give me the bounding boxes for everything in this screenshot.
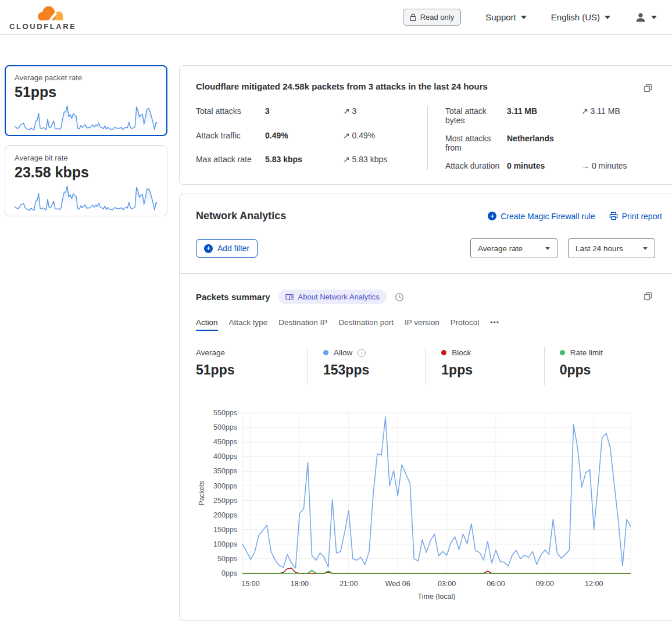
chevron-down-icon bbox=[521, 16, 527, 19]
packet-stat-label-row: Allowi bbox=[323, 348, 426, 357]
info-icon[interactable]: i bbox=[358, 349, 366, 357]
summary-stat-label: Attack duration bbox=[445, 161, 507, 170]
copy-icon[interactable] bbox=[643, 291, 653, 303]
packet-stat-rate-limit: Rate limit0pps bbox=[544, 347, 662, 385]
summary-stat-trend: ↗ 0.49% bbox=[343, 131, 427, 140]
series-color-dot bbox=[323, 350, 328, 355]
copy-icon[interactable] bbox=[643, 83, 653, 95]
svg-text:18:00: 18:00 bbox=[291, 580, 309, 588]
packet-stat-value: 153pps bbox=[323, 362, 426, 378]
tab-attack-type[interactable]: Attack type bbox=[229, 318, 268, 331]
read-only-label: Read only bbox=[420, 13, 455, 22]
svg-text:12:00: 12:00 bbox=[585, 580, 603, 588]
action-stats-row: Average51ppsAllowi153ppsBlock1ppsRate li… bbox=[196, 347, 662, 385]
chevron-down-icon bbox=[545, 247, 550, 250]
chevron-down-icon bbox=[643, 247, 648, 250]
metric-value: 51pps bbox=[15, 84, 158, 101]
lock-icon bbox=[410, 13, 416, 21]
summary-stat-value: 3.11 MB bbox=[507, 106, 581, 116]
svg-text:350pps: 350pps bbox=[213, 467, 237, 475]
svg-text:Time (local): Time (local) bbox=[418, 593, 456, 600]
tab-destination-port[interactable]: Destination port bbox=[338, 318, 394, 331]
tab-action[interactable]: Action bbox=[196, 318, 218, 331]
packet-stat-block: Block1pps bbox=[426, 347, 544, 385]
svg-text:300pps: 300pps bbox=[213, 482, 237, 490]
book-icon bbox=[285, 294, 294, 301]
summary-stat-label: Total attacks bbox=[196, 106, 265, 116]
summary-stat-label: Most attacks from bbox=[445, 134, 507, 152]
packet-stat-label: Block bbox=[452, 348, 471, 357]
packets-summary-section: Packets summary About Network Analytics bbox=[180, 274, 672, 614]
summary-stat-value: 0 minutes bbox=[507, 161, 581, 170]
summary-stat-trend: ↗ 5.83 kbps bbox=[343, 155, 427, 164]
time-range-value: Last 24 hours bbox=[576, 244, 623, 253]
more-tabs-button[interactable]: ••• bbox=[490, 319, 499, 331]
series-color-dot bbox=[441, 350, 446, 355]
packet-stat-label-row: Average bbox=[196, 348, 308, 357]
packet-stat-allow: Allowi153pps bbox=[308, 347, 426, 385]
metric-label: Average packet rate bbox=[15, 73, 158, 82]
account-menu[interactable] bbox=[635, 12, 657, 23]
metric-card-packet-rate[interactable]: Average packet rate 51pps bbox=[5, 65, 167, 136]
svg-text:100pps: 100pps bbox=[213, 540, 237, 548]
svg-text:200pps: 200pps bbox=[213, 511, 237, 519]
create-magic-firewall-rule-link[interactable]: + Create Magic Firewall rule bbox=[488, 212, 595, 221]
analytics-column: Cloudflare mitigated 24.58k packets from… bbox=[179, 65, 672, 621]
svg-text:Wed 06: Wed 06 bbox=[385, 580, 410, 588]
packet-rate-sparkline bbox=[15, 103, 158, 133]
packets-summary-title: Packets summary bbox=[196, 292, 270, 302]
packet-stat-label: Rate limit bbox=[570, 348, 603, 357]
summary-stat-label: Total attack bytes bbox=[445, 106, 507, 125]
svg-text:15:00: 15:00 bbox=[241, 580, 259, 588]
packet-stat-label: Average bbox=[196, 348, 225, 357]
plus-circle-icon: + bbox=[488, 212, 496, 220]
svg-text:Packets: Packets bbox=[198, 481, 206, 506]
svg-text:50pps: 50pps bbox=[217, 555, 237, 563]
time-range-select[interactable]: Last 24 hours bbox=[568, 238, 655, 258]
cloudflare-cloud-icon bbox=[35, 4, 67, 24]
add-filter-button[interactable]: + Add filter bbox=[196, 239, 258, 258]
attack-summary-title: Cloudflare mitigated 24.58k packets from… bbox=[196, 81, 662, 91]
svg-text:21:00: 21:00 bbox=[339, 580, 358, 588]
user-icon bbox=[635, 12, 646, 23]
create-rule-label: Create Magic Firewall rule bbox=[501, 212, 595, 221]
svg-text:500pps: 500pps bbox=[213, 423, 237, 431]
summary-stat-value: Netherlands bbox=[507, 134, 581, 143]
svg-text:06:00: 06:00 bbox=[487, 580, 505, 588]
bit-rate-sparkline bbox=[15, 183, 158, 213]
chevron-down-icon bbox=[605, 16, 610, 19]
metric-card-bit-rate[interactable]: Average bit rate 23.58 kbps bbox=[5, 145, 167, 216]
badge-label: About Network Analytics bbox=[298, 292, 380, 301]
clock-icon bbox=[395, 292, 404, 302]
support-menu[interactable]: Support bbox=[485, 12, 527, 22]
language-menu[interactable]: English (US) bbox=[551, 12, 610, 22]
about-network-analytics-badge[interactable]: About Network Analytics bbox=[278, 290, 387, 304]
packet-stat-value: 1pps bbox=[441, 362, 544, 378]
dimension-tabs: ActionAttack typeDestination IPDestinati… bbox=[196, 318, 662, 331]
svg-text:0pps: 0pps bbox=[221, 569, 237, 577]
network-analytics-card: Network Analytics + Create Magic Firewal… bbox=[179, 194, 672, 621]
chevron-down-icon bbox=[651, 16, 657, 19]
main-content: Average packet rate 51pps Average bit ra… bbox=[0, 35, 672, 621]
metric-select[interactable]: Average rate bbox=[470, 238, 557, 258]
summary-stat-label: Max attack rate bbox=[196, 155, 265, 164]
summary-stat-trend: ↗ 3 bbox=[343, 106, 427, 116]
packet-stat-label-row: Rate limit bbox=[560, 348, 662, 357]
tab-protocol[interactable]: Protocol bbox=[451, 318, 480, 331]
print-report-link[interactable]: Print report bbox=[609, 212, 662, 221]
summary-stat-value: 0.49% bbox=[265, 131, 343, 140]
read-only-badge: Read only bbox=[403, 9, 462, 26]
summary-stat-value: 3 bbox=[265, 106, 343, 116]
series-color-dot bbox=[560, 350, 565, 355]
packet-stat-average: Average51pps bbox=[196, 347, 308, 385]
packet-stat-label-row: Block bbox=[441, 348, 544, 357]
plus-circle-icon: + bbox=[204, 244, 213, 253]
attack-summary-card: Cloudflare mitigated 24.58k packets from… bbox=[179, 65, 672, 185]
tab-destination-ip[interactable]: Destination IP bbox=[278, 318, 327, 331]
cloudflare-logo[interactable]: CLOUDFLARE bbox=[9, 4, 77, 30]
top-header: CLOUDFLARE Read only Support English (US… bbox=[0, 0, 672, 35]
tab-ip-version[interactable]: IP version bbox=[405, 318, 439, 331]
svg-text:03:00: 03:00 bbox=[438, 580, 456, 588]
summary-stat-trend: → 0 minutes bbox=[581, 161, 662, 170]
svg-text:09:00: 09:00 bbox=[536, 580, 554, 588]
